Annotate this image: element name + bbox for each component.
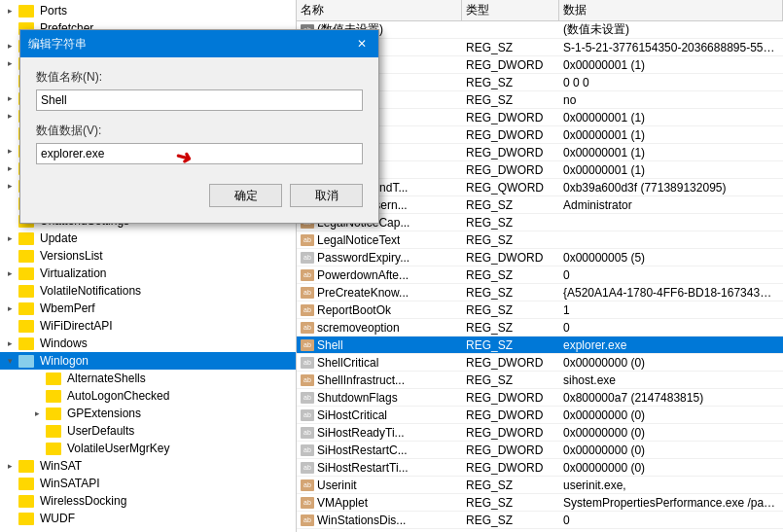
folder-icon [18,478,34,490]
table-row[interactable]: ab VMApplet REG_SZ SystemPropertiesPerfo… [297,494,783,512]
row-type-cell: REG_SZ [462,215,559,231]
row-data-cell: Administrator [559,197,783,213]
tree-item[interactable]: ▸ Windows [0,335,296,352]
row-data-cell: 0x800000a7 (2147483815) [559,390,783,406]
tree-item[interactable]: VolatileNotifications [0,282,296,300]
expand-arrow: ▾ [4,355,16,367]
row-data-cell: 0x00000005 (5) [559,250,783,266]
row-name-text: SiHostReadyTi... [317,426,405,440]
row-type-cell: REG_SZ [462,478,559,493]
table-row[interactable]: ab WinStationsDis... REG_SZ 0 [297,512,783,529]
tree-item-label: VolatileNotifications [37,284,141,298]
tree-item[interactable]: AutoLogonChecked [0,387,296,405]
row-type-cell: REG_DWORD [462,425,559,441]
row-type-cell: REG_DWORD [462,390,559,406]
row-type-cell: REG_SZ [462,267,559,283]
tree-item-label: VersionsList [37,249,103,263]
row-type-cell: REG_SZ [462,197,559,213]
folder-icon [18,320,34,333]
tree-item[interactable]: ▸ Virtualization [0,265,296,282]
row-name-cell: ab PowerdownAfte... [297,267,462,283]
name-input[interactable] [36,89,363,111]
dialog-body: 数值名称(N): 数值数据(V): 确定 取消 [20,57,378,223]
ok-button[interactable]: 确定 [209,184,282,207]
col-header-name: 名称 [297,0,462,20]
table-row[interactable]: ab Userinit REG_SZ userinit.exe, [297,477,783,494]
row-type-cell: REG_DWORD [462,110,559,125]
folder-icon [18,513,34,525]
row-name-cell: ab PreCreateKnow... [297,285,462,301]
tree-item[interactable]: VolatileUserMgrKey [0,440,296,457]
folder-icon [18,460,34,473]
cancel-button[interactable]: 取消 [290,184,363,207]
expand-arrow: ▸ [4,162,16,174]
row-name-cell: ab PasswordExpiry... [297,250,462,266]
table-row[interactable]: ab SiHostReadyTi... REG_DWORD 0x00000000… [297,424,783,442]
folder-icon [18,232,34,245]
tree-item[interactable]: ▸ WinSAT [0,457,296,475]
reg-type-icon: ab [301,287,314,299]
row-data-cell: {A520A1A4-1780-4FF6-BD18-167343C5AF16} [559,285,783,301]
table-row[interactable]: ab PasswordExpiry... REG_DWORD 0x0000000… [297,249,783,266]
table-row[interactable]: ab PreCreateKnow... REG_SZ {A520A1A4-178… [297,284,783,301]
tree-item[interactable]: WirelessDocking [0,492,296,510]
row-type-cell: REG_DWORD [462,250,559,266]
expand-arrow: ▸ [4,460,16,472]
col-header-data: 数据 [559,0,783,20]
tree-item[interactable]: ▾ Winlogon [0,352,296,370]
table-row[interactable]: ab SiHostCritical REG_DWORD 0x00000000 (… [297,407,783,424]
tree-item[interactable]: WUDF [0,510,296,527]
table-row[interactable]: ab ShellInfrastruct... REG_SZ sihost.exe [297,372,783,389]
row-name-cell: ab ShutdownFlags [297,390,462,406]
tree-item[interactable]: WiFiDirectAPI [0,317,296,335]
row-name-text: PreCreateKnow... [317,286,409,300]
table-row[interactable]: ab SiHostRestartTi... REG_DWORD 0x000000… [297,459,783,477]
tree-item-label: WbemPerf [37,301,95,315]
expand-arrow: ▸ [4,92,16,104]
row-name-text: ReportBootOk [317,303,391,317]
tree-item[interactable]: UserDefaults [0,422,296,440]
row-type-cell: REG_SZ [462,513,559,528]
table-row[interactable]: ab PowerdownAfte... REG_SZ 0 [297,266,783,284]
table-row[interactable]: ab scremoveoption REG_SZ 0 [297,319,783,337]
dialog-close-button[interactable]: ✕ [353,35,371,53]
row-data-cell: SystemPropertiesPerformance.exe /pagefil… [559,495,783,511]
row-data-cell [559,222,783,224]
expand-arrow: ▸ [4,110,16,122]
folder-icon [46,408,61,420]
tree-item-label: WUDF [37,512,75,525]
row-type-cell: REG_DWORD [462,145,559,160]
tree-item-label: Update [37,231,78,245]
tree-item-label: VolatileUserMgrKey [64,442,169,455]
tree-item-label: Windows [37,337,88,350]
row-name-cell: ab ReportBootOk [297,302,462,318]
table-header: 名称 类型 数据 [297,0,783,21]
tree-item[interactable]: ▸ Update [0,230,296,247]
reg-type-icon: ab [301,392,314,404]
row-type-cell: REG_SZ [462,372,559,388]
row-type-cell: REG_SZ [462,320,559,336]
folder-icon [46,390,61,403]
row-name-text: WinStationsDis... [317,514,406,527]
tree-item[interactable]: ▸ WbemPerf [0,300,296,317]
tree-item[interactable]: VersionsList [0,247,296,265]
table-row[interactable]: ab ShutdownFlags REG_DWORD 0x800000a7 (2… [297,389,783,407]
row-data-cell [559,239,783,241]
table-row[interactable]: ab ShellCritical REG_DWORD 0x00000000 (0… [297,354,783,372]
tree-item[interactable]: ▸ GPExtensions [0,405,296,422]
tree-item[interactable]: AlternateShells [0,370,296,387]
expand-arrow: ▸ [4,145,16,157]
table-row[interactable]: ab ReportBootOk REG_SZ 1 [297,301,783,319]
data-input[interactable] [36,143,363,164]
table-row[interactable]: ab SiHostRestartC... REG_DWORD 0x0000000… [297,442,783,459]
edit-string-dialog[interactable]: 编辑字符串 ✕ 数值名称(N): 数值数据(V): 确定 取消 ➜ [19,29,379,224]
tree-item[interactable]: WinSATAPI [0,475,296,492]
table-row[interactable]: ab Shell REG_SZ explorer.exe [297,337,783,354]
row-name-text: ShutdownFlags [317,391,398,405]
tree-item[interactable]: ▸ Ports [0,2,296,19]
row-name-cell: ab SiHostReadyTi... [297,425,462,441]
row-type-cell: REG_DWORD [462,355,559,371]
reg-type-icon: ab [301,322,314,334]
col-header-type: 类型 [462,0,559,20]
table-row[interactable]: ab LegalNoticeText REG_SZ [297,231,783,249]
